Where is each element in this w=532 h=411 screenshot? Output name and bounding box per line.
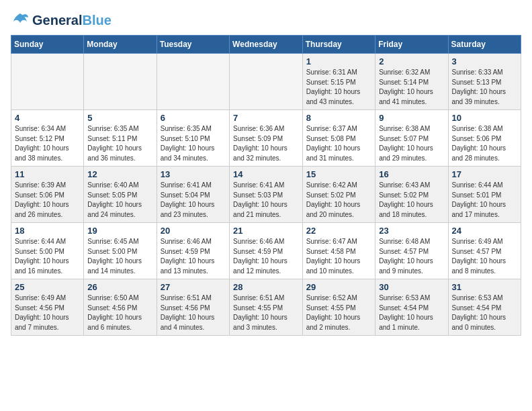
column-header-wednesday: Wednesday	[230, 36, 303, 54]
calendar-cell: 20Sunrise: 6:46 AMSunset: 4:59 PMDayligh…	[157, 223, 229, 279]
calendar-cell: 19Sunrise: 6:45 AMSunset: 5:00 PMDayligh…	[84, 223, 157, 279]
day-number: 12	[87, 169, 152, 179]
day-number: 24	[452, 226, 518, 236]
calendar-cell: 7Sunrise: 6:36 AMSunset: 5:09 PMDaylight…	[230, 110, 303, 167]
calendar-cell	[157, 54, 229, 110]
calendar-cell: 4Sunrise: 6:34 AMSunset: 5:12 PMDaylight…	[11, 110, 84, 167]
day-info: Sunrise: 6:53 AMSunset: 4:54 PMDaylight:…	[379, 293, 444, 332]
day-info: Sunrise: 6:39 AMSunset: 5:06 PMDaylight:…	[15, 181, 80, 220]
page-header: GeneralBlue	[11, 11, 521, 30]
calendar-cell: 1Sunrise: 6:31 AMSunset: 5:15 PMDaylight…	[302, 54, 375, 110]
day-number: 21	[233, 226, 299, 236]
day-number: 22	[306, 226, 371, 236]
day-info: Sunrise: 6:38 AMSunset: 5:06 PMDaylight:…	[452, 124, 518, 163]
calendar-cell: 2Sunrise: 6:32 AMSunset: 5:14 PMDaylight…	[375, 54, 448, 110]
calendar-cell: 16Sunrise: 6:43 AMSunset: 5:02 PMDayligh…	[375, 167, 448, 223]
day-number: 17	[452, 169, 518, 179]
day-number: 20	[161, 226, 226, 236]
day-info: Sunrise: 6:42 AMSunset: 5:02 PMDaylight:…	[306, 181, 371, 220]
calendar-cell: 15Sunrise: 6:42 AMSunset: 5:02 PMDayligh…	[302, 167, 375, 223]
calendar-cell	[230, 54, 303, 110]
day-number: 8	[306, 113, 371, 123]
calendar-cell: 18Sunrise: 6:44 AMSunset: 5:00 PMDayligh…	[11, 223, 84, 279]
calendar-cell: 28Sunrise: 6:51 AMSunset: 4:55 PMDayligh…	[230, 279, 303, 336]
day-number: 13	[161, 169, 226, 179]
calendar-cell: 13Sunrise: 6:41 AMSunset: 5:04 PMDayligh…	[157, 167, 229, 223]
day-info: Sunrise: 6:53 AMSunset: 4:54 PMDaylight:…	[452, 293, 518, 332]
day-number: 11	[15, 169, 80, 179]
day-number: 18	[15, 226, 80, 236]
calendar-cell: 10Sunrise: 6:38 AMSunset: 5:06 PMDayligh…	[448, 110, 521, 167]
day-number: 16	[379, 169, 444, 179]
calendar-cell: 25Sunrise: 6:49 AMSunset: 4:56 PMDayligh…	[11, 279, 84, 336]
calendar-cell: 6Sunrise: 6:35 AMSunset: 5:10 PMDaylight…	[157, 110, 229, 167]
calendar-cell: 12Sunrise: 6:40 AMSunset: 5:05 PMDayligh…	[84, 167, 157, 223]
logo: GeneralBlue	[11, 11, 112, 30]
column-header-tuesday: Tuesday	[157, 36, 229, 54]
calendar-cell	[11, 54, 84, 110]
day-info: Sunrise: 6:35 AMSunset: 5:11 PMDaylight:…	[87, 124, 152, 163]
day-number: 6	[161, 113, 226, 123]
calendar-cell: 24Sunrise: 6:49 AMSunset: 4:57 PMDayligh…	[448, 223, 521, 279]
day-number: 7	[233, 113, 299, 123]
day-info: Sunrise: 6:37 AMSunset: 5:08 PMDaylight:…	[306, 124, 371, 163]
day-number: 29	[306, 282, 371, 292]
day-info: Sunrise: 6:32 AMSunset: 5:14 PMDaylight:…	[379, 68, 444, 107]
calendar-cell: 23Sunrise: 6:48 AMSunset: 4:57 PMDayligh…	[375, 223, 448, 279]
day-number: 27	[161, 282, 226, 292]
day-info: Sunrise: 6:43 AMSunset: 5:02 PMDaylight:…	[379, 181, 444, 220]
day-number: 2	[379, 56, 444, 66]
calendar-cell: 31Sunrise: 6:53 AMSunset: 4:54 PMDayligh…	[448, 279, 521, 336]
logo-text: GeneralBlue	[32, 13, 112, 28]
column-header-monday: Monday	[84, 36, 157, 54]
day-info: Sunrise: 6:44 AMSunset: 5:01 PMDaylight:…	[452, 181, 518, 220]
day-info: Sunrise: 6:33 AMSunset: 5:13 PMDaylight:…	[452, 68, 518, 107]
day-info: Sunrise: 6:31 AMSunset: 5:15 PMDaylight:…	[306, 68, 371, 107]
calendar-week-3: 11Sunrise: 6:39 AMSunset: 5:06 PMDayligh…	[11, 167, 521, 223]
day-info: Sunrise: 6:47 AMSunset: 4:58 PMDaylight:…	[306, 237, 371, 276]
calendar-table: SundayMondayTuesdayWednesdayThursdayFrid…	[11, 35, 521, 336]
calendar-cell: 22Sunrise: 6:47 AMSunset: 4:58 PMDayligh…	[302, 223, 375, 279]
column-header-sunday: Sunday	[11, 36, 84, 54]
day-info: Sunrise: 6:36 AMSunset: 5:09 PMDaylight:…	[233, 124, 299, 163]
day-info: Sunrise: 6:44 AMSunset: 5:00 PMDaylight:…	[15, 237, 80, 276]
calendar-cell	[84, 54, 157, 110]
day-number: 14	[233, 169, 299, 179]
day-number: 10	[452, 113, 518, 123]
calendar-week-2: 4Sunrise: 6:34 AMSunset: 5:12 PMDaylight…	[11, 110, 521, 167]
calendar-week-5: 25Sunrise: 6:49 AMSunset: 4:56 PMDayligh…	[11, 279, 521, 336]
logo-icon	[11, 11, 30, 30]
day-number: 9	[379, 113, 444, 123]
day-info: Sunrise: 6:41 AMSunset: 5:04 PMDaylight:…	[161, 181, 226, 220]
day-info: Sunrise: 6:45 AMSunset: 5:00 PMDaylight:…	[87, 237, 152, 276]
calendar-cell: 29Sunrise: 6:52 AMSunset: 4:55 PMDayligh…	[302, 279, 375, 336]
calendar-header-row: SundayMondayTuesdayWednesdayThursdayFrid…	[11, 36, 521, 54]
calendar-cell: 27Sunrise: 6:51 AMSunset: 4:56 PMDayligh…	[157, 279, 229, 336]
day-info: Sunrise: 6:51 AMSunset: 4:56 PMDaylight:…	[161, 293, 226, 332]
day-number: 23	[379, 226, 444, 236]
calendar-week-4: 18Sunrise: 6:44 AMSunset: 5:00 PMDayligh…	[11, 223, 521, 279]
day-info: Sunrise: 6:46 AMSunset: 4:59 PMDaylight:…	[161, 237, 226, 276]
day-info: Sunrise: 6:34 AMSunset: 5:12 PMDaylight:…	[15, 124, 80, 163]
day-info: Sunrise: 6:48 AMSunset: 4:57 PMDaylight:…	[379, 237, 444, 276]
day-number: 4	[15, 113, 80, 123]
day-info: Sunrise: 6:49 AMSunset: 4:56 PMDaylight:…	[15, 293, 80, 332]
day-info: Sunrise: 6:41 AMSunset: 5:03 PMDaylight:…	[233, 181, 299, 220]
day-info: Sunrise: 6:51 AMSunset: 4:55 PMDaylight:…	[233, 293, 299, 332]
day-info: Sunrise: 6:35 AMSunset: 5:10 PMDaylight:…	[161, 124, 226, 163]
day-number: 3	[452, 56, 518, 66]
day-number: 5	[87, 113, 152, 123]
calendar-cell: 21Sunrise: 6:46 AMSunset: 4:59 PMDayligh…	[230, 223, 303, 279]
day-info: Sunrise: 6:49 AMSunset: 4:57 PMDaylight:…	[452, 237, 518, 276]
calendar-cell: 11Sunrise: 6:39 AMSunset: 5:06 PMDayligh…	[11, 167, 84, 223]
column-header-saturday: Saturday	[448, 36, 521, 54]
calendar-cell: 30Sunrise: 6:53 AMSunset: 4:54 PMDayligh…	[375, 279, 448, 336]
calendar-cell: 8Sunrise: 6:37 AMSunset: 5:08 PMDaylight…	[302, 110, 375, 167]
calendar-cell: 3Sunrise: 6:33 AMSunset: 5:13 PMDaylight…	[448, 54, 521, 110]
day-number: 30	[379, 282, 444, 292]
day-number: 25	[15, 282, 80, 292]
day-number: 31	[452, 282, 518, 292]
calendar-cell: 17Sunrise: 6:44 AMSunset: 5:01 PMDayligh…	[448, 167, 521, 223]
calendar-cell: 14Sunrise: 6:41 AMSunset: 5:03 PMDayligh…	[230, 167, 303, 223]
calendar-cell: 26Sunrise: 6:50 AMSunset: 4:56 PMDayligh…	[84, 279, 157, 336]
